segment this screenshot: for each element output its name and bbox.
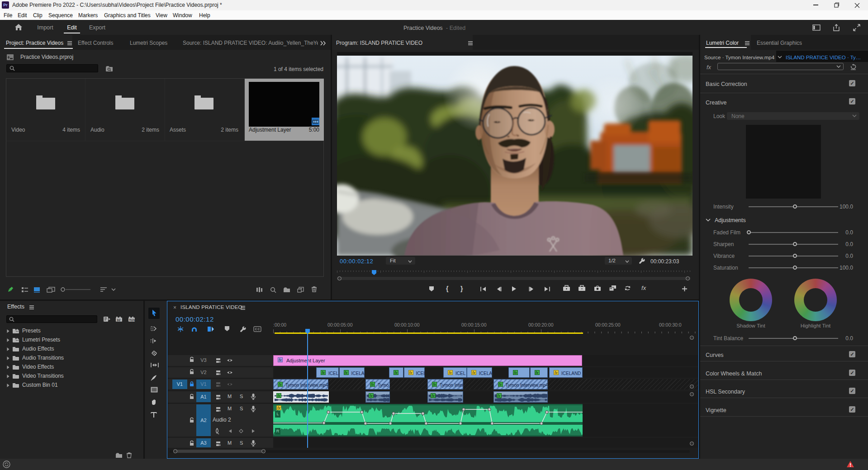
svg-text:YUV: YUV	[129, 318, 135, 322]
svg-text:32: 32	[117, 318, 120, 322]
